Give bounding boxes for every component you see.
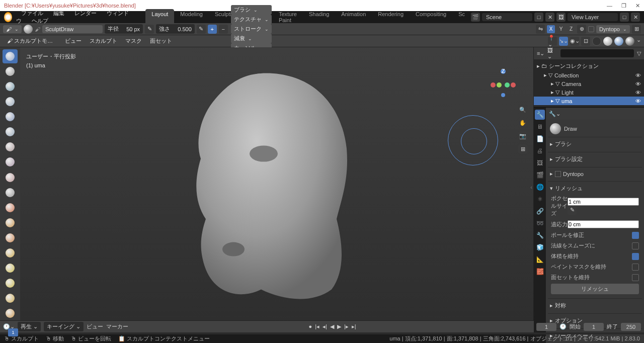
workspace-tab-compositing[interactable]: Compositing <box>410 9 452 25</box>
workspace-tab-rendering[interactable]: Rendering <box>372 9 410 25</box>
menu-ヘルプ[interactable]: ヘルプ <box>27 18 53 24</box>
viewlayer-field[interactable]: View Layer <box>568 13 618 21</box>
sculpt-tool-2[interactable] <box>3 79 18 94</box>
menu-レンダー[interactable]: レンダー <box>69 10 102 16</box>
strength-field[interactable]: 0.500 <box>178 26 192 32</box>
hdr-menu-ビュー[interactable]: ビュー <box>61 37 86 45</box>
keying-dropdown[interactable]: キーイング ⌄ <box>44 322 84 331</box>
outliner-item-uma[interactable]: ▸ ▽ uma👁 <box>534 97 644 105</box>
xray-toggle-icon[interactable]: ⊡ <box>581 37 590 46</box>
workspace-tab-modeling[interactable]: Modeling <box>174 9 209 25</box>
start-frame-field[interactable]: 1 <box>584 323 604 331</box>
viewlayer-new-icon[interactable]: □ <box>620 13 629 22</box>
viewlayer-browse-icon[interactable]: 🖼 <box>556 13 566 22</box>
strength-pressure-icon[interactable]: ✎ <box>197 25 206 34</box>
sculpt-tool-5[interactable] <box>3 125 18 139</box>
mirror-y-button[interactable]: Y <box>557 25 565 33</box>
shading-options-icon[interactable]: ⌄ <box>636 37 641 46</box>
prop-tab-5[interactable]: 🎬 <box>535 170 545 180</box>
preserve-face-checkbox[interactable] <box>632 274 639 281</box>
tool-menu-減衰[interactable]: 減衰 <box>231 34 272 43</box>
voxel-eyedropper-icon[interactable]: ✎ <box>568 206 577 215</box>
workspace-tab-sc[interactable]: Sc <box>452 9 471 25</box>
outliner-item-Collection[interactable]: ▸ ▽ Collection👁 <box>534 71 644 79</box>
brush-name-display[interactable]: Draw <box>561 126 640 132</box>
play-rev-icon[interactable]: ◀ <box>329 323 335 330</box>
voxel-size-field[interactable] <box>568 198 639 206</box>
autokey-icon[interactable]: ● <box>308 323 313 330</box>
sculpt-tool-8[interactable] <box>3 170 18 185</box>
workspace-tab-animation[interactable]: Animation <box>335 9 372 25</box>
section-remesh[interactable]: ▾ リメッシュ <box>549 184 641 193</box>
shading-solid-icon[interactable] <box>603 37 612 46</box>
perspective-toggle-icon[interactable]: ⊞ <box>518 144 527 153</box>
tool-menu-テクスチャ[interactable]: テクスチャ <box>231 15 272 24</box>
nav-gizmo[interactable]: Z <box>488 67 518 98</box>
sculpt-tool-15[interactable] <box>3 276 18 290</box>
outliner-scene-collection[interactable]: ▸ 🗀 シーンコレクション <box>534 61 644 71</box>
prop-tab-9[interactable]: ➿ <box>535 218 545 228</box>
outliner-item-Light[interactable]: ▸ ▽ Light👁 <box>534 88 644 97</box>
sculpt-tool-13[interactable] <box>3 246 18 260</box>
sculpt-tool-6[interactable] <box>3 140 18 154</box>
scene-delete-icon[interactable]: ✕ <box>545 13 554 22</box>
props-editor-icon[interactable]: 🔧⌄ <box>549 111 560 117</box>
mode-dropdown[interactable]: 🖌 <box>3 25 22 33</box>
close-button[interactable]: ✕ <box>635 3 640 9</box>
sculpt-tool-11[interactable] <box>3 216 18 230</box>
sculpt-tool-17[interactable] <box>3 306 18 320</box>
shading-rendered-icon[interactable] <box>625 37 634 46</box>
mirror-x-button[interactable]: X <box>547 25 555 33</box>
dyntopo-checkbox[interactable] <box>588 26 594 32</box>
outliner-editor-icon[interactable]: ≡⌄ <box>537 50 544 57</box>
brush-name-field[interactable]: SculptDraw <box>42 25 103 33</box>
fix-poles-checkbox[interactable] <box>632 232 639 239</box>
menu-ファイル[interactable]: ファイル <box>16 10 48 16</box>
timeclock-icon[interactable]: 🕐 <box>559 323 567 330</box>
jump-end-icon[interactable]: ▸| <box>351 323 357 330</box>
shading-wireframe-icon[interactable] <box>592 37 601 46</box>
prev-key-icon[interactable]: ◂| <box>321 323 328 330</box>
end-frame-field[interactable]: 250 <box>621 323 641 331</box>
brush-thumb-icon[interactable] <box>550 123 561 134</box>
prop-tab-6[interactable]: 🌐 <box>535 182 545 192</box>
prop-tab-11[interactable]: 🧊 <box>535 242 545 252</box>
sculpt-tool-9[interactable] <box>3 186 18 200</box>
section-dyntopo[interactable]: ▸ Dyntopo <box>549 169 641 178</box>
blender-logo-icon[interactable] <box>4 12 12 22</box>
brush-preview-icon[interactable] <box>24 25 33 34</box>
workspace-tab-layout[interactable]: Layout <box>145 9 174 25</box>
menu-編集[interactable]: 編集 <box>48 10 69 16</box>
prop-tab-1[interactable]: 🖥 <box>535 122 545 132</box>
hdr-menu-面セット[interactable]: 面セット <box>146 37 176 45</box>
hdr-menu-スカルプト[interactable]: スカルプト <box>86 37 121 45</box>
section-brush-settings[interactable]: ▸ ブラシ設定 <box>549 154 641 164</box>
sculpt-tool-7[interactable] <box>3 155 18 169</box>
radius-pressure-icon[interactable]: ✎ <box>145 25 154 34</box>
gizmo-toggle-icon[interactable]: ↘⌄ <box>559 37 568 46</box>
prop-tab-0[interactable]: 🔧 <box>535 110 545 120</box>
prop-tab-13[interactable]: 🧱 <box>535 267 545 277</box>
sculpt-tool-1[interactable] <box>3 64 18 78</box>
sculpt-tool-14[interactable] <box>3 261 18 275</box>
timeline-marker-menu[interactable]: マーカー <box>106 323 128 330</box>
sculpt-tool-0[interactable] <box>3 49 18 63</box>
prop-tab-10[interactable]: 🔧 <box>535 230 545 240</box>
next-key-icon[interactable]: |▸ <box>343 323 350 330</box>
section-symmetry[interactable]: ▸ 対称 <box>549 301 641 310</box>
mirror-z-button[interactable]: Z <box>567 25 575 33</box>
sculpt-tool-16[interactable] <box>3 291 18 305</box>
scene-browse-icon[interactable]: 🎬 <box>471 13 480 22</box>
dyntopo-dropdown[interactable]: Dyntopo <box>596 25 630 33</box>
smooth-normals-checkbox[interactable] <box>632 242 639 249</box>
header-pivot-icon[interactable]: 📍⌄ <box>548 37 557 46</box>
prop-tab-2[interactable]: 📄 <box>535 134 545 144</box>
direction-subtract-button[interactable]: − <box>219 25 228 34</box>
symmetry-options-icon[interactable]: ⊕ <box>577 25 586 34</box>
prop-tab-8[interactable]: 🔗 <box>535 206 545 216</box>
viewlayer-delete-icon[interactable]: ✕ <box>631 13 640 22</box>
timeline-view-menu[interactable]: ビュー <box>87 323 103 330</box>
preserve-paint-checkbox[interactable] <box>632 264 639 271</box>
sculpt-tool-4[interactable] <box>3 110 18 124</box>
prop-tab-12[interactable]: 📐 <box>535 254 545 265</box>
